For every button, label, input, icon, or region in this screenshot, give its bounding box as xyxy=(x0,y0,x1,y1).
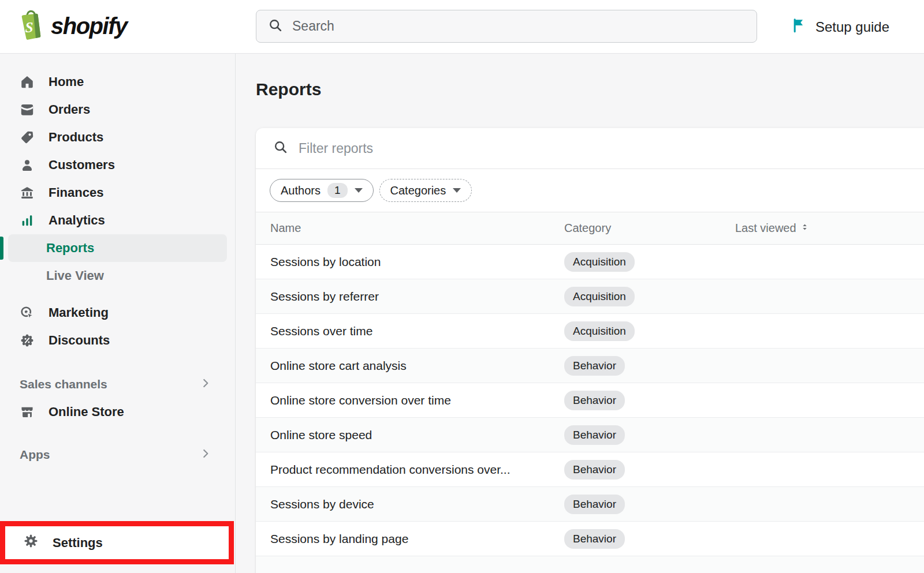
chevron-right-icon xyxy=(199,377,212,392)
sidebar-item-label: Orders xyxy=(49,102,90,117)
report-name: Product recommendation conversions over.… xyxy=(256,463,564,477)
table-row[interactable]: Sessions by landing page Behavior xyxy=(256,522,924,556)
report-name: Sessions by device xyxy=(256,497,564,511)
sidebar-item-label: Marketing xyxy=(49,305,109,320)
sidebar-item-orders[interactable]: Orders xyxy=(0,96,235,123)
categories-filter-pill[interactable]: Categories xyxy=(379,179,472,202)
category-badge: Behavior xyxy=(564,391,625,410)
table-row[interactable]: Online store conversion over time Behavi… xyxy=(256,383,924,418)
page-title: Reports xyxy=(256,80,924,99)
category-badge: Acquisition xyxy=(564,321,635,341)
sidebar-item-live-view[interactable]: Live View xyxy=(0,262,235,290)
apps-section-header[interactable]: Apps xyxy=(0,441,235,469)
caret-down-icon xyxy=(453,188,461,193)
category-badge: Behavior xyxy=(564,460,625,480)
report-name: Sessions by referrer xyxy=(256,290,564,304)
table-row[interactable]: Sessions by location Acquisition xyxy=(256,245,924,279)
customers-icon xyxy=(20,158,35,173)
shopify-bag-icon: S xyxy=(17,9,45,43)
storefront-icon xyxy=(20,405,35,420)
reports-card: Authors 1 Categories Name Category Last … xyxy=(256,128,924,573)
sidebar-item-marketing[interactable]: Marketing xyxy=(0,299,235,327)
section-label: Apps xyxy=(20,448,50,462)
sidebar-item-customers[interactable]: Customers xyxy=(0,151,235,179)
categories-filter-label: Categories xyxy=(390,184,446,197)
chevron-right-icon xyxy=(199,447,212,463)
sidebar-item-label: Customers xyxy=(49,158,115,173)
table-row[interactable]: Sessions by device Behavior xyxy=(256,487,924,522)
table-row[interactable]: Sessions by referrer Acquisition xyxy=(256,279,924,314)
filter-pills-row: Authors 1 Categories xyxy=(256,169,924,212)
sidebar-item-reports[interactable]: Reports xyxy=(8,234,227,262)
sidebar-item-label: Analytics xyxy=(49,213,105,228)
main-content: Reports Authors 1 Categories Name Catego… xyxy=(236,54,924,573)
report-name: Online store speed xyxy=(256,428,564,442)
category-badge: Acquisition xyxy=(564,252,635,272)
svg-text:S: S xyxy=(25,20,33,35)
authors-filter-label: Authors xyxy=(281,184,321,197)
search-icon xyxy=(273,140,288,157)
table-row[interactable]: Online store cart analysis Behavior xyxy=(256,349,924,383)
search-icon xyxy=(268,18,283,35)
caret-down-icon xyxy=(355,188,363,193)
analytics-icon xyxy=(20,213,35,228)
home-icon xyxy=(20,74,35,89)
report-name: Sessions by landing page xyxy=(256,532,564,546)
global-search-input[interactable] xyxy=(292,18,731,34)
report-name: Sessions over time xyxy=(256,324,564,338)
orders-icon xyxy=(20,102,35,117)
section-label: Sales channels xyxy=(20,377,107,391)
column-header-category: Category xyxy=(564,222,735,235)
sidebar-item-label: Discounts xyxy=(49,333,110,348)
sidebar-item-label: Finances xyxy=(49,185,103,200)
sidebar-item-label: Online Store xyxy=(49,405,124,420)
sidebar-item-home[interactable]: Home xyxy=(0,68,235,96)
sort-icon xyxy=(800,222,810,235)
category-badge: Acquisition xyxy=(564,287,635,306)
filter-reports-bar[interactable] xyxy=(256,128,924,169)
table-row[interactable]: Online store speed Behavior xyxy=(256,418,924,452)
category-badge: Behavior xyxy=(564,356,625,376)
finances-icon xyxy=(20,185,35,200)
partial-next-row xyxy=(256,556,924,573)
topbar: S shopify Setup guide xyxy=(0,0,924,54)
column-header-name: Name xyxy=(256,222,564,235)
report-name: Online store cart analysis xyxy=(256,359,564,373)
authors-filter-pill[interactable]: Authors 1 xyxy=(270,179,374,202)
setup-guide-label: Setup guide xyxy=(815,19,889,35)
sidebar-item-label: Live View xyxy=(46,268,104,283)
sidebar-item-finances[interactable]: Finances xyxy=(0,179,235,207)
sidebar-item-label: Home xyxy=(49,74,84,89)
table-header-row: Name Category Last viewed xyxy=(256,212,924,245)
category-badge: Behavior xyxy=(564,495,625,514)
global-search-bar[interactable] xyxy=(256,10,757,43)
setup-guide-button[interactable]: Setup guide xyxy=(791,0,889,54)
sidebar-item-discounts[interactable]: Discounts xyxy=(0,327,235,354)
report-table-body: Sessions by location Acquisition Session… xyxy=(256,245,924,556)
filter-reports-input[interactable] xyxy=(299,141,818,156)
column-header-last-viewed[interactable]: Last viewed xyxy=(735,222,924,235)
category-badge: Behavior xyxy=(564,529,625,549)
products-icon xyxy=(20,130,35,145)
table-row[interactable]: Sessions over time Acquisition xyxy=(256,314,924,349)
sidebar-item-products[interactable]: Products xyxy=(0,123,235,151)
category-badge: Behavior xyxy=(564,425,625,445)
report-name: Online store conversion over time xyxy=(256,394,564,407)
sales-channels-section-header[interactable]: Sales channels xyxy=(0,370,235,398)
sidebar-nav: Home Orders Products Customers Finances xyxy=(0,54,236,573)
table-row[interactable]: Product recommendation conversions over.… xyxy=(256,452,924,487)
sidebar-item-label: Products xyxy=(49,130,103,145)
sidebar-item-online-store[interactable]: Online Store xyxy=(0,398,235,426)
shopify-logo[interactable]: S shopify xyxy=(17,9,127,43)
active-indicator-bar xyxy=(0,237,3,260)
marketing-icon xyxy=(20,305,35,320)
settings-button-highlighted[interactable]: Settings xyxy=(0,521,234,564)
authors-count-badge: 1 xyxy=(327,183,348,198)
gear-icon xyxy=(23,533,39,552)
report-name: Sessions by location xyxy=(256,255,564,269)
flag-icon xyxy=(791,17,807,37)
sidebar-item-analytics[interactable]: Analytics xyxy=(0,207,235,234)
shopify-wordmark: shopify xyxy=(51,13,127,39)
discounts-icon xyxy=(20,333,35,348)
sidebar-item-label: Reports xyxy=(46,241,94,256)
